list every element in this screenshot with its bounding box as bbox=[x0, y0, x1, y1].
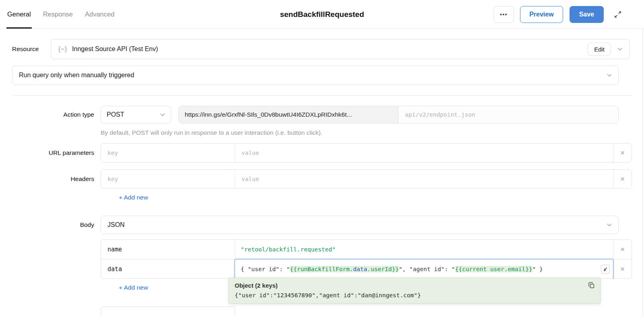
remove-url-param-button[interactable]: × bbox=[613, 144, 632, 162]
body-name-value-code: "retool/backfill.requested" bbox=[241, 246, 336, 253]
headers-row: Headers × bbox=[12, 169, 632, 189]
url-param-key-input[interactable] bbox=[107, 150, 228, 156]
url-parameters-row: URL parameters × bbox=[12, 143, 632, 163]
body-name-key[interactable]: name bbox=[101, 240, 235, 259]
run-mode-value: Run query only when manually triggered bbox=[19, 72, 134, 79]
section-divider bbox=[12, 95, 632, 96]
copy-button[interactable] bbox=[588, 282, 595, 289]
resource-label: Resource bbox=[12, 45, 51, 53]
remove-header-button[interactable]: × bbox=[613, 170, 632, 188]
more-options-button[interactable]: ••• bbox=[493, 6, 514, 23]
edit-resource-button[interactable]: Edit bbox=[588, 43, 611, 56]
add-body-field-link[interactable]: + Add new bbox=[119, 284, 148, 291]
chevron-down-icon bbox=[607, 74, 612, 77]
run-mode-select[interactable]: Run query only when manually triggered bbox=[12, 66, 619, 85]
http-method-value: POST bbox=[107, 111, 124, 118]
chevron-down-icon bbox=[160, 113, 165, 116]
resource-select[interactable]: {⋯} Inngest Source API (Test Env) Edit bbox=[51, 39, 630, 59]
header-key-input[interactable] bbox=[107, 176, 228, 182]
data-code-editor[interactable]: { "user_id": "{{runBackfillForm.data.use… bbox=[235, 259, 613, 278]
popover-title: Object (2 keys) bbox=[235, 282, 594, 289]
query-editor: General Response Advanced sendBackfillRe… bbox=[0, 0, 644, 317]
body-controls: JSON bbox=[101, 216, 632, 234]
body-data-key[interactable]: data bbox=[101, 259, 235, 278]
close-icon: × bbox=[620, 245, 625, 254]
tab-advanced[interactable]: Advanced bbox=[84, 0, 115, 29]
body-table-controls: name "retool/backfill.requested" × data … bbox=[101, 239, 632, 279]
expand-icon[interactable] bbox=[613, 10, 622, 19]
body-name-value[interactable]: "retool/backfill.requested" bbox=[235, 240, 613, 259]
url-parameters-label: URL parameters bbox=[12, 143, 101, 163]
popover-content: {"user_id":"1234567890","agent_id":"dan@… bbox=[235, 292, 594, 298]
add-header-link[interactable]: + Add new bbox=[119, 194, 148, 201]
header-value-input[interactable] bbox=[242, 176, 607, 182]
query-title: sendBackfillRequested bbox=[280, 10, 364, 19]
close-icon: × bbox=[620, 148, 625, 157]
resource-row: Resource {⋯} Inngest Source API (Test En… bbox=[12, 39, 630, 59]
remove-data-row-button[interactable]: × bbox=[613, 259, 632, 278]
body-kv-table: name "retool/backfill.requested" × data … bbox=[101, 239, 632, 279]
braces-icon: {⋯} bbox=[58, 45, 67, 53]
preview-button[interactable]: Preview bbox=[520, 6, 563, 23]
body-table-spacer bbox=[12, 239, 101, 279]
body-data-value: { "user_id": "{{runBackfillForm.data.use… bbox=[235, 259, 613, 278]
url-suffix-field bbox=[398, 106, 618, 123]
close-icon: × bbox=[620, 175, 625, 183]
tab-response[interactable]: Response bbox=[42, 0, 74, 29]
table-row: data { "user_id": "{{runBackfillForm.dat… bbox=[101, 259, 632, 278]
header-key-field bbox=[101, 170, 235, 188]
panel-right-border bbox=[642, 29, 643, 317]
copy-icon bbox=[588, 282, 595, 289]
header-value-field bbox=[235, 170, 613, 188]
partial-next-row[interactable] bbox=[101, 307, 235, 317]
query-editor-header: General Response Advanced sendBackfillRe… bbox=[0, 0, 644, 29]
remove-name-row-button[interactable]: × bbox=[613, 240, 632, 259]
body-label: Body bbox=[12, 216, 101, 234]
body-table-row: name "retool/backfill.requested" × data … bbox=[12, 239, 632, 279]
action-type-label: Action type bbox=[12, 106, 101, 124]
evaluation-popover: Object (2 keys) {"user_id":"1234567890",… bbox=[229, 278, 601, 304]
chevron-down-icon bbox=[617, 47, 622, 51]
action-type-row: Action type POST https://inn.gs/e/GrxfNl… bbox=[12, 106, 632, 124]
action-type-controls: POST https://inn.gs/e/GrxfNl-SIls_0Dv8bu… bbox=[101, 106, 632, 124]
editor-tabs: General Response Advanced bbox=[6, 0, 115, 29]
headers-label: Headers bbox=[12, 169, 101, 189]
open-editor-button[interactable] bbox=[601, 265, 610, 274]
chevron-down-icon bbox=[607, 223, 612, 226]
headers-kv-group: × bbox=[101, 169, 632, 189]
url-param-value-field bbox=[235, 144, 613, 162]
url-param-key-field bbox=[101, 144, 235, 162]
http-method-select[interactable]: POST bbox=[101, 106, 171, 124]
data-code-line: { "user_id": "{{runBackfillForm.data.use… bbox=[241, 266, 598, 272]
url-parameters-kv-group: × bbox=[101, 143, 632, 163]
save-button[interactable]: Save bbox=[570, 6, 604, 23]
body-type-select[interactable]: JSON bbox=[101, 216, 619, 234]
close-icon: × bbox=[620, 265, 625, 274]
url-suffix-input[interactable] bbox=[405, 111, 612, 118]
header-actions: ••• Preview Save bbox=[493, 6, 622, 23]
url-base-path[interactable]: https://inn.gs/e/GrxfNl-SIls_0Dv8buwtU4I… bbox=[179, 106, 398, 123]
body-row: Body JSON bbox=[12, 216, 632, 234]
table-row: name "retool/backfill.requested" × bbox=[101, 240, 632, 259]
resource-name: Inngest Source API (Test Env) bbox=[72, 45, 158, 53]
body-type-value: JSON bbox=[107, 221, 125, 228]
url-parameters-controls: × bbox=[101, 143, 632, 163]
headers-controls: × bbox=[101, 169, 632, 189]
url-param-value-input[interactable] bbox=[242, 150, 607, 156]
url-input-group: https://inn.gs/e/GrxfNl-SIls_0Dv8buwtU4I… bbox=[178, 106, 619, 124]
open-editor-icon bbox=[603, 267, 608, 272]
tab-general[interactable]: General bbox=[6, 0, 32, 29]
action-type-hint: By default, POST will only run in respon… bbox=[101, 129, 632, 136]
